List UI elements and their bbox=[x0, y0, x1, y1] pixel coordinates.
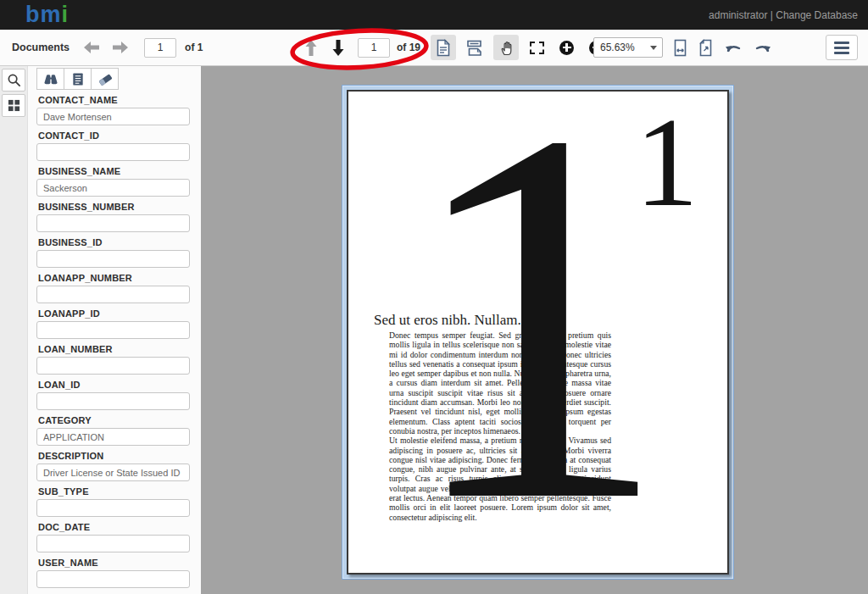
loanapp-id-input[interactable] bbox=[36, 321, 190, 339]
contact-name-input[interactable] bbox=[36, 108, 190, 125]
business-id-input[interactable] bbox=[36, 250, 190, 268]
save-icon bbox=[465, 39, 483, 57]
logo-text-blue: bm bbox=[25, 2, 62, 27]
business-number-input[interactable] bbox=[36, 214, 190, 232]
description-input[interactable] bbox=[36, 464, 190, 481]
business-name-input[interactable] bbox=[36, 179, 190, 197]
field-category: CATEGORY bbox=[36, 415, 201, 446]
field-label: BUSINESS_NAME bbox=[38, 166, 201, 176]
zoom-level-select[interactable]: 65.63% bbox=[593, 37, 663, 58]
save-button[interactable] bbox=[461, 35, 487, 60]
user-name-input[interactable] bbox=[36, 570, 190, 588]
field-loanapp-id: LOANAPP_ID bbox=[36, 308, 201, 339]
redo-button[interactable] bbox=[754, 42, 771, 53]
zoom-group: 65.63% bbox=[593, 30, 771, 65]
doc-date-input[interactable] bbox=[36, 535, 190, 552]
chevron-down-icon bbox=[650, 46, 657, 50]
index-sidebar: CONTACT_NAME CONTACT_ID BUSINESS_NAME BU… bbox=[28, 66, 201, 594]
session-info[interactable]: administrator | Change Database bbox=[709, 9, 858, 21]
field-label: LOANAPP_NUMBER bbox=[38, 273, 201, 283]
marquee-icon bbox=[530, 42, 544, 54]
menu-button[interactable] bbox=[826, 35, 858, 60]
field-contact-id: CONTACT_ID bbox=[36, 130, 201, 161]
field-label: LOAN_ID bbox=[38, 380, 201, 390]
left-icon-strip bbox=[0, 66, 28, 594]
find-button[interactable] bbox=[36, 68, 64, 90]
loanapp-number-input[interactable] bbox=[36, 286, 190, 303]
pan-button[interactable] bbox=[493, 35, 519, 60]
document-list-icon bbox=[71, 72, 85, 86]
field-business-number: BUSINESS_NUMBER bbox=[36, 202, 201, 232]
marquee-zoom-button[interactable] bbox=[524, 35, 549, 60]
index-list-button[interactable] bbox=[64, 68, 92, 90]
plus-circle-icon bbox=[559, 41, 574, 55]
field-label: CATEGORY bbox=[38, 415, 201, 425]
page-number-input[interactable] bbox=[358, 38, 390, 58]
field-loan-number: LOAN_NUMBER bbox=[36, 344, 201, 375]
thumbnails-panel-button[interactable] bbox=[2, 94, 25, 117]
page-view-button[interactable] bbox=[431, 35, 456, 60]
previous-page-button[interactable] bbox=[305, 40, 317, 56]
category-input[interactable] bbox=[36, 428, 190, 446]
fit-page-icon bbox=[698, 39, 713, 57]
field-doc-date: DOC_DATE bbox=[36, 522, 201, 552]
next-document-button[interactable] bbox=[112, 41, 129, 54]
sub-type-input[interactable] bbox=[36, 499, 190, 517]
field-label: CONTACT_NAME bbox=[38, 95, 201, 105]
field-business-name: BUSINESS_NAME bbox=[36, 166, 201, 197]
field-label: DOC_DATE bbox=[38, 522, 201, 532]
loan-id-input[interactable] bbox=[36, 392, 190, 410]
fit-width-icon bbox=[673, 39, 687, 57]
top-bar: bmi administrator | Change Database bbox=[0, 0, 868, 30]
field-label: SUB_TYPE bbox=[38, 486, 201, 497]
document-total-label: of 1 bbox=[185, 42, 203, 53]
fit-page-button[interactable] bbox=[698, 39, 713, 57]
arrow-left-icon bbox=[83, 41, 100, 54]
prev-document-button[interactable] bbox=[83, 41, 100, 54]
clear-fields-button[interactable] bbox=[91, 68, 119, 90]
hand-icon bbox=[499, 40, 514, 56]
field-label: LOANAPP_ID bbox=[38, 308, 201, 319]
page-nav-group: of 19 bbox=[305, 30, 604, 65]
page-total-label: of 19 bbox=[397, 42, 420, 53]
page-selection-highlight: 1 1 Sed ut eros nibh. Nullam. Donec temp… bbox=[342, 85, 734, 580]
field-business-id: BUSINESS_ID bbox=[36, 237, 201, 268]
document-page[interactable]: 1 1 Sed ut eros nibh. Nullam. Donec temp… bbox=[347, 90, 729, 575]
field-label: USER_NAME bbox=[38, 558, 201, 568]
field-user-name: USER_NAME bbox=[36, 558, 201, 588]
document-page-icon bbox=[436, 39, 451, 57]
toolbar: Documents of 1 of 19 bbox=[0, 30, 868, 66]
bmi-logo: bmi bbox=[25, 0, 69, 30]
redo-icon bbox=[754, 42, 771, 53]
chapter-numeral: 1 bbox=[403, 90, 670, 575]
eraser-icon bbox=[97, 72, 113, 86]
next-page-button[interactable] bbox=[332, 40, 344, 56]
grid-icon bbox=[8, 99, 20, 112]
fit-width-button[interactable] bbox=[673, 39, 687, 57]
contact-id-input[interactable] bbox=[36, 143, 190, 161]
document-number-input[interactable] bbox=[144, 38, 176, 58]
zoom-in-button[interactable] bbox=[559, 41, 574, 55]
document-nav-group: Documents of 1 bbox=[12, 30, 203, 65]
search-icon bbox=[7, 73, 21, 87]
field-contact-name: CONTACT_NAME bbox=[36, 95, 201, 125]
sidebar-toolbar bbox=[36, 68, 201, 90]
logo-text-green: i bbox=[62, 2, 70, 27]
arrow-up-icon bbox=[305, 40, 317, 56]
field-sub-type: SUB_TYPE bbox=[36, 486, 201, 517]
field-label: BUSINESS_NUMBER bbox=[38, 202, 201, 212]
field-label: BUSINESS_ID bbox=[38, 237, 201, 247]
documents-label: Documents bbox=[12, 42, 70, 53]
field-description: DESCRIPTION bbox=[36, 451, 201, 481]
field-loan-id: LOAN_ID bbox=[36, 380, 201, 410]
loan-number-input[interactable] bbox=[36, 357, 190, 375]
document-viewer[interactable]: 1 1 Sed ut eros nibh. Nullam. Donec temp… bbox=[201, 66, 868, 594]
binoculars-icon bbox=[43, 72, 58, 86]
field-label: DESCRIPTION bbox=[38, 451, 201, 461]
arrow-right-icon bbox=[112, 41, 129, 54]
search-panel-button[interactable] bbox=[2, 69, 25, 92]
arrow-down-icon bbox=[332, 40, 344, 56]
undo-button[interactable] bbox=[725, 42, 742, 53]
field-label: LOAN_NUMBER bbox=[38, 344, 201, 354]
field-loanapp-number: LOANAPP_NUMBER bbox=[36, 273, 201, 303]
